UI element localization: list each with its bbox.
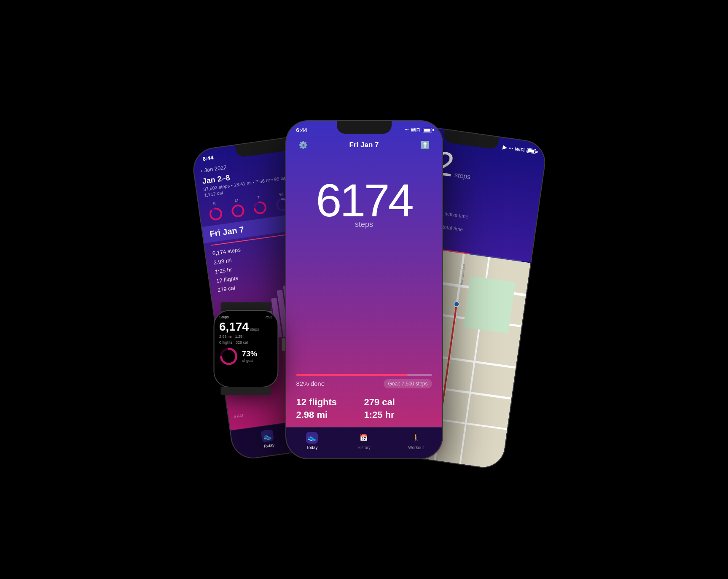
apple-watch: Steps 7:53 6,174 steps 2.98 mi 1:25 hr 0…: [210, 302, 282, 387]
center-header: ⚙️ Fri Jan 7 ⬆️: [286, 135, 442, 152]
center-phone: 6:44 ••• WiFi ⚙️ Fri Jan 7 ⬆️ 6174 steps: [286, 121, 442, 458]
today-tab-icon: 👟: [261, 429, 274, 442]
day-col-m: M: [229, 197, 246, 220]
progress-track: [296, 374, 432, 376]
calories-value: 279 cal: [364, 397, 432, 408]
map-park: [463, 275, 515, 334]
active-time-label: active time: [444, 210, 469, 220]
tab-today[interactable]: 👟 Today: [286, 432, 338, 450]
svg-point-1: [209, 207, 221, 220]
tab-workout-label: Workout: [408, 445, 424, 450]
tab-workout[interactable]: 🚶 Workout: [390, 432, 442, 450]
scene: 6:44 ▪▪▪▪ WiFi ‹ Jan 2022 Jan 2–8 37,502…: [69, 16, 659, 564]
settings-button[interactable]: ⚙️: [296, 138, 310, 152]
distance-value: 2.98 mi: [296, 409, 364, 420]
center-status-time: 6:44: [296, 127, 307, 133]
chart-time-start: 6 AM: [233, 413, 243, 419]
watch-app-name: Steps: [219, 315, 229, 319]
metric-distance: 2.98 mi: [296, 409, 364, 420]
today-tab-label: Today: [263, 442, 274, 449]
watch-ring-svg: [219, 347, 238, 366]
center-steps-number: 6174: [316, 177, 412, 224]
left-status-time: 6:44: [202, 154, 214, 162]
watch-ring-section: 73% of goal: [219, 347, 272, 366]
ring-s: [207, 206, 223, 222]
watch-body: Steps 7:53 6,174 steps 2.98 mi 1:25 hr 0…: [214, 311, 277, 387]
center-battery-icon: [423, 128, 432, 132]
dots-icon: •••: [405, 128, 408, 132]
center-step-count: 6174 steps: [286, 177, 442, 361]
progress-fill: [296, 374, 408, 376]
center-date-title: Fri Jan 7: [349, 141, 379, 149]
watch-metric-cal: 328 cal: [236, 340, 248, 345]
day-col-s: S: [207, 200, 224, 223]
center-screen: 6:44 ••• WiFi ⚙️ Fri Jan 7 ⬆️ 6174 steps: [286, 121, 442, 458]
watch-metric-distance: 2.98 mi: [219, 334, 232, 339]
watch-steps-row: 6,174 steps: [219, 321, 272, 333]
right-battery-icon: [526, 148, 536, 154]
day-col-t1: T: [251, 194, 269, 217]
watch-steps-unit: steps: [250, 327, 259, 331]
watch-screen: Steps 7:53 6,174 steps 2.98 mi 1:25 hr 0…: [214, 311, 277, 387]
metrics-grid: 12 flights 279 cal 2.98 mi 1:25 hr: [286, 388, 442, 427]
svg-point-3: [231, 205, 244, 217]
tab-workout-icon: 🚶: [410, 432, 422, 444]
ring-t1: [252, 199, 268, 215]
tab-history-icon: 📅: [358, 432, 370, 444]
month-label: Jan 2022: [204, 164, 227, 173]
center-phone-notch: [337, 121, 392, 134]
svg-point-5: [254, 201, 266, 213]
tab-today-label: Today: [306, 445, 318, 450]
watch-steps-big: 6,174: [219, 321, 249, 333]
watch-header: Steps 7:53: [219, 315, 272, 319]
location-icon: ▶: [502, 143, 507, 150]
center-steps-label: steps: [355, 220, 373, 229]
flights-value: 12 flights: [296, 397, 364, 408]
center-status-icons: ••• WiFi: [405, 127, 432, 132]
watch-metric-flights: 0 flights: [219, 340, 232, 345]
watch-goal-info: 73% of goal: [242, 350, 257, 363]
right-wifi-icon: WiFi: [514, 146, 525, 152]
tab-history[interactable]: 📅 History: [338, 432, 390, 450]
watch-metrics: 2.98 mi 1:25 hr: [219, 334, 272, 339]
progress-section: 82% done Goal: 7,500 steps: [286, 374, 442, 388]
right-steps-label: steps: [454, 171, 471, 180]
tab-history-label: History: [357, 445, 371, 450]
progress-labels: 82% done Goal: 7,500 steps: [296, 379, 432, 388]
legal-label: Legal: [490, 462, 499, 467]
active-hr-value: 1:25 hr: [364, 409, 432, 420]
tab-today-icon: 👟: [306, 432, 318, 444]
metric-flights: 12 flights: [296, 397, 364, 408]
watch-metrics-2: 0 flights 328 cal: [219, 340, 272, 345]
ring-m: [230, 202, 246, 218]
total-time-label: total time: [442, 224, 463, 232]
metric-active-hr: 1:25 hr: [364, 409, 432, 420]
back-arrow-icon: ‹: [200, 167, 203, 173]
progress-pct-label: 82% done: [296, 380, 325, 387]
center-wifi-icon: WiFi: [411, 127, 420, 132]
watch-goal-pct: 73%: [242, 350, 257, 358]
goal-badge: Goal: 7,500 steps: [384, 379, 432, 388]
center-tab-bar: 👟 Today 📅 History 🚶 Workout: [286, 427, 442, 458]
watch-goal-label: of goal: [242, 358, 257, 363]
dots-icon-right: •••: [508, 145, 513, 150]
watch-metric-time: 1:25 hr: [235, 334, 247, 339]
share-button[interactable]: ⬆️: [418, 138, 432, 152]
watch-band-top: [220, 302, 271, 311]
watch-band-bottom: [220, 387, 271, 395]
metric-calories: 279 cal: [364, 397, 432, 408]
watch-time: 7:53: [265, 315, 272, 319]
